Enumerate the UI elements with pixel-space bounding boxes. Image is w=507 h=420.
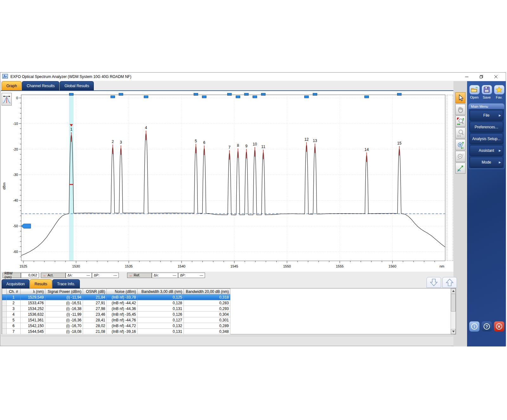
pointer-tool-button[interactable] <box>455 92 465 103</box>
table-row[interactable]: 51541,361(i) -16,3628,41(InB nf) -44,760… <box>2 317 230 323</box>
table-cell[interactable]: (i) -18,08 <box>45 329 83 334</box>
table-cell[interactable]: 1541,361 <box>21 317 45 323</box>
table-cell[interactable]: (i) -11,99 <box>45 312 83 317</box>
expand-panel-button[interactable] <box>442 277 457 288</box>
tab-results[interactable]: Results <box>30 279 52 288</box>
table-cell[interactable]: (i) -16,70 <box>45 323 83 329</box>
menu-item-preferences[interactable]: Preferences...▶ <box>470 122 503 132</box>
column-header[interactable]: Ch. # <box>7 289 21 294</box>
table-cell[interactable]: 1534,252 <box>21 306 45 312</box>
column-header[interactable]: Signal Power (dBm) <box>45 289 83 294</box>
table-row[interactable]: 31534,252(i) -16,3827,98(InB nf) -44,360… <box>2 306 230 312</box>
table-cell[interactable]: 1529,549 <box>21 294 45 300</box>
zoom-out-tool-button[interactable] <box>455 151 465 162</box>
row-selector[interactable] <box>2 317 7 323</box>
collapse-panel-button[interactable] <box>427 277 441 288</box>
table-cell[interactable]: 1 <box>7 294 21 300</box>
zoom-selection-tool-button[interactable] <box>455 116 465 127</box>
table-cell[interactable]: 7 <box>7 329 21 334</box>
scrollbar-thumb[interactable] <box>451 294 456 312</box>
menu-item-file[interactable]: File▶ <box>470 110 503 121</box>
table-cell[interactable]: (i) -11,94 <box>45 294 83 300</box>
table-cell[interactable]: 0,304 <box>184 312 230 317</box>
table-cell[interactable]: 1536,632 <box>21 312 45 317</box>
table-cell[interactable]: (InB nf) -35,45 <box>107 312 138 317</box>
table-cell[interactable]: 27,91 <box>83 300 107 306</box>
pan-tool-button[interactable] <box>455 104 465 115</box>
table-cell[interactable]: 0,128 <box>138 300 184 306</box>
minimize-button[interactable] <box>459 73 474 81</box>
table-cell[interactable]: 1533,476 <box>21 300 45 306</box>
exit-button[interactable]: ✕ <box>494 321 504 332</box>
table-cell[interactable]: (InB nf) -44,42 <box>107 300 138 306</box>
table-cell[interactable]: (InB nf) -33,78 <box>107 294 138 300</box>
favorites-button[interactable]: Fav. <box>494 85 504 99</box>
row-selector[interactable] <box>2 300 7 306</box>
zoom-in-tool-button[interactable] <box>455 139 465 150</box>
scroll-up-button[interactable] <box>451 288 456 294</box>
table-cell[interactable]: (InB nf) -44,76 <box>107 317 138 323</box>
table-cell[interactable]: (i) -16,38 <box>45 306 83 312</box>
spectrum-plot[interactable]: 1234567891011121314150-10-20-30-40-50-60… <box>1 91 446 272</box>
menu-item-analysis-setup[interactable]: Analysis Setup...▶ <box>470 133 503 144</box>
row-selector[interactable] <box>2 329 7 334</box>
table-cell[interactable]: 0,131 <box>138 306 184 312</box>
table-cell[interactable]: 3 <box>7 306 21 312</box>
table-row[interactable]: 11529,549(i) -11,9421,84(InB nf) -33,780… <box>2 294 230 300</box>
table-row[interactable]: 21533,476(i) -16,5127,91(InB nf) -44,420… <box>2 300 230 306</box>
table-cell[interactable]: 1544,545 <box>21 329 45 334</box>
table-cell[interactable]: (i) -16,51 <box>45 300 83 306</box>
table-cell[interactable]: 0,127 <box>138 317 184 323</box>
table-cell[interactable]: (InB nf) -44,36 <box>107 306 138 312</box>
table-cell[interactable]: 28,41 <box>83 317 107 323</box>
table-cell[interactable]: 0,132 <box>138 323 184 329</box>
ref-marker-label[interactable]: ↔Ref. <box>127 273 152 278</box>
marker-tool-button[interactable] <box>2 93 12 106</box>
table-cell[interactable]: 4 <box>7 312 21 317</box>
column-header[interactable]: OSNR (dB) <box>83 289 107 294</box>
table-row[interactable]: 71544,545(i) -18,0821,08(InB nf) -39,160… <box>2 329 230 334</box>
table-cell[interactable]: 0,301 <box>184 317 230 323</box>
row-selector[interactable] <box>2 323 7 329</box>
table-row[interactable]: 61542,150(i) -16,7028,02(InB nf) -44,720… <box>2 323 230 329</box>
table-cell[interactable]: (i) -16,36 <box>45 317 83 323</box>
scroll-down-button[interactable] <box>451 329 456 334</box>
tab-trace-info[interactable]: Trace Info. <box>52 279 80 288</box>
menu-item-mode[interactable]: Mode▶ <box>470 157 503 168</box>
column-header[interactable]: Bandwidth 3,00 dB (nm) <box>138 289 184 294</box>
table-scrollbar[interactable] <box>451 288 456 334</box>
table-cell[interactable]: 0,125 <box>138 294 184 300</box>
row-selector[interactable] <box>2 294 7 300</box>
menu-item-assistant[interactable]: Assistant▶ <box>470 145 503 156</box>
table-cell[interactable]: 0,126 <box>138 312 184 317</box>
open-button[interactable]: Open <box>469 85 480 99</box>
column-header[interactable]: Noise (dBm) <box>107 289 138 294</box>
table-cell[interactable]: 28,02 <box>83 323 107 329</box>
column-header[interactable]: Bandwidth 20,00 dB (nm) <box>184 289 230 294</box>
table-cell[interactable]: 27,98 <box>83 306 107 312</box>
auto-scale-tool-button[interactable] <box>455 163 465 174</box>
table-cell[interactable]: 0,348 <box>184 329 230 334</box>
table-cell[interactable]: 23,46 <box>83 312 107 317</box>
restore-button[interactable] <box>474 73 489 81</box>
table-row[interactable]: 41536,632(i) -11,9923,46(InB nf) -35,450… <box>2 312 230 317</box>
table-cell[interactable]: 0,283 <box>184 300 230 306</box>
table-cell[interactable]: 0,293 <box>184 306 230 312</box>
row-selector[interactable] <box>2 306 7 312</box>
table-cell[interactable]: 6 <box>7 323 21 329</box>
row-selector[interactable] <box>2 312 7 317</box>
table-cell[interactable]: 0,318 <box>184 294 230 300</box>
save-button[interactable]: Save <box>481 85 492 99</box>
tab-channel-results[interactable]: Channel Results <box>22 81 59 90</box>
tab-graph[interactable]: Graph <box>2 81 22 90</box>
help-button[interactable]: ? <box>481 321 492 332</box>
table-cell[interactable]: 1542,150 <box>21 323 45 329</box>
table-cell[interactable]: 0,131 <box>138 329 184 334</box>
zoom-1to1-tool-button[interactable]: 1:1 <box>455 127 465 139</box>
table-cell[interactable]: 0,289 <box>184 323 230 329</box>
table-cell[interactable]: 5 <box>7 317 21 323</box>
table-cell[interactable]: (InB nf) -44,72 <box>107 323 138 329</box>
column-header[interactable]: λ (nm) <box>21 289 45 294</box>
table-cell[interactable]: (InB nf) -39,16 <box>107 329 138 334</box>
table-cell[interactable]: 21,84 <box>83 294 107 300</box>
